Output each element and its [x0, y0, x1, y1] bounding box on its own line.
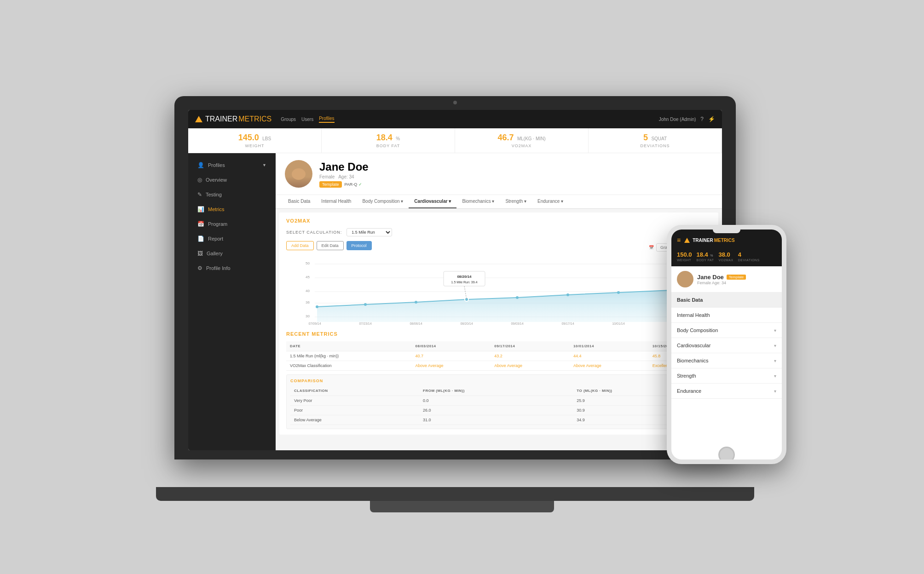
- phone-menu-label-strength: Strength: [677, 373, 696, 379]
- phone-menu-body-composition[interactable]: Body Composition ▾: [671, 323, 782, 338]
- vo2max-unit: ML(KG · MIN): [517, 136, 546, 141]
- phone-menu-label-endurance: Endurance: [677, 388, 701, 394]
- tab-body-composition[interactable]: Body Composition ▾: [357, 195, 409, 208]
- phone-menu-biomechanics[interactable]: Biomechanics ▾: [671, 353, 782, 368]
- notifications-icon[interactable]: ⚡: [708, 116, 715, 122]
- phone-deviations-value: 4: [738, 251, 741, 258]
- metric-val1: 40.7: [412, 351, 491, 361]
- tab-strength[interactable]: Strength ▾: [500, 195, 532, 208]
- phone-menu-label-body: Body Composition: [677, 327, 718, 333]
- sidebar-item-overview[interactable]: ◎ Overview: [188, 172, 276, 187]
- phone-stats: 150.0 WEIGHT 18.4 % BODY FAT 38.0: [671, 247, 782, 266]
- sidebar-label-metrics: Metrics: [208, 207, 224, 212]
- weight-value: 145.0: [238, 133, 259, 142]
- table-row: VO2Max Classification Above Average Abov…: [286, 361, 711, 371]
- header-right: John Doe (Admin) ? ⚡: [659, 116, 715, 122]
- tab-basic-data[interactable]: Basic Data: [283, 195, 316, 208]
- table-row: Poor 26.0 30.9: [290, 406, 707, 415]
- phone-menu-internal-health[interactable]: Internal Health: [671, 308, 782, 323]
- svg-text:50: 50: [306, 261, 310, 265]
- edit-data-button[interactable]: Edit Data: [317, 241, 344, 250]
- col-date3: 10/01/2014: [570, 341, 649, 351]
- phone-profile-info: Jane Doe Template Female Age: 34: [697, 274, 746, 285]
- comparison-section: COMPARISON CLASSIFICATION FROM (ml(kg · …: [286, 374, 711, 429]
- phone-weight-label: WEIGHT: [677, 258, 692, 262]
- weight-unit: LBS: [262, 136, 271, 141]
- phone-menu-icon[interactable]: ≡: [677, 236, 681, 244]
- phone-menu-label-internal: Internal Health: [677, 312, 710, 318]
- gallery-icon: 🖼: [197, 250, 203, 257]
- svg-text:30: 30: [306, 314, 310, 318]
- phone-bodyfat-label: BODY FAT: [697, 258, 714, 262]
- deviations-label: DEVIATIONS: [595, 144, 715, 148]
- nav-users[interactable]: Users: [301, 117, 313, 122]
- cardio-chevron-icon: ▾: [774, 343, 776, 348]
- sidebar-label-report: Report: [208, 236, 223, 241]
- phone-menu-endurance[interactable]: Endurance ▾: [671, 384, 782, 399]
- svg-text:07/09/14: 07/09/14: [308, 322, 321, 325]
- comp-class1: Very Poor: [290, 396, 419, 406]
- phone-body: ≡ TRAINER METRICS 150.0 WEIGHT: [667, 225, 786, 464]
- sidebar-item-gallery[interactable]: 🖼 Gallery: [188, 246, 276, 261]
- chart-container: 50 45 40 36 30: [286, 258, 711, 327]
- nav-groups[interactable]: Groups: [281, 117, 296, 122]
- sidebar-label-gallery: Gallery: [207, 251, 223, 256]
- class-val3: Above Average: [570, 361, 649, 371]
- stat-vo2max: 46.7 ML(KG · MIN) VO2MAX: [455, 128, 589, 153]
- laptop-container: TRAINER METRICS Groups Users Profiles Jo…: [174, 96, 750, 487]
- profile-sub: Female Age: 34: [319, 174, 369, 179]
- comp-from3: 31.0: [419, 415, 573, 425]
- endurance-chevron-icon: ▾: [774, 389, 776, 394]
- svg-text:36: 36: [306, 300, 310, 304]
- phone-menu-basic-data[interactable]: Basic Data: [671, 293, 782, 308]
- parq-check-icon: ✓: [358, 182, 362, 187]
- bodyfat-value: 18.4: [376, 133, 393, 142]
- vo2max-value: 46.7: [497, 133, 514, 142]
- phone-menu-strength[interactable]: Strength ▾: [671, 368, 782, 384]
- phone-home-button[interactable]: [718, 447, 735, 463]
- sidebar-label-profileinfo: Profile Info: [206, 265, 231, 271]
- webcam: [453, 101, 457, 104]
- header-user[interactable]: John Doe (Admin): [659, 117, 696, 122]
- vo2max-label: VO2MAX: [462, 144, 581, 148]
- tab-endurance[interactable]: Endurance ▾: [532, 195, 569, 208]
- sidebar-item-program[interactable]: 📅 Program: [188, 217, 276, 231]
- phone-menu-label-basic: Basic Data: [677, 297, 703, 303]
- laptop-body: TRAINER METRICS Groups Users Profiles Jo…: [174, 96, 736, 459]
- svg-text:09/17/14: 09/17/14: [561, 322, 574, 325]
- logo-metrics: METRICS: [238, 115, 271, 123]
- svg-point-10: [316, 305, 318, 308]
- sidebar-item-profiles[interactable]: 👤 Profiles ▼: [188, 158, 276, 172]
- sidebar-item-profileinfo[interactable]: ⚙ Profile Info: [188, 261, 276, 276]
- phone-menu-label-bio: Biomechanics: [677, 358, 708, 363]
- logo-trainer: TRAINER: [205, 115, 237, 123]
- svg-text:45: 45: [306, 275, 310, 279]
- tab-biomechanics[interactable]: Biomechanics ▾: [456, 195, 500, 208]
- sidebar-item-report[interactable]: 📄 Report: [188, 231, 276, 246]
- add-data-button[interactable]: Add Data: [286, 241, 314, 250]
- calc-select[interactable]: 1.5 Mile Run: [346, 228, 392, 236]
- class-val1: Above Average: [412, 361, 491, 371]
- phone-menu-cardiovascular[interactable]: Cardiovascular ▾: [671, 338, 782, 353]
- svg-point-15: [566, 293, 569, 296]
- phone-profile: Jane Doe Template Female Age: 34: [671, 266, 782, 293]
- comp-from2: 26.0: [419, 406, 573, 415]
- overview-icon: ◎: [197, 177, 202, 183]
- deviations-unit: SQUAT: [651, 136, 667, 141]
- protocol-button[interactable]: Protocol: [346, 241, 372, 250]
- col-date2: 09/17/2014: [491, 341, 570, 351]
- profiles-icon: 👤: [197, 162, 204, 168]
- svg-point-16: [617, 291, 620, 294]
- calc-row: SELECT CALCULATION: 1.5 Mile Run: [286, 228, 711, 236]
- phone-menu-label-cardio: Cardiovascular: [677, 343, 710, 348]
- sidebar-item-testing[interactable]: ✎ Testing: [188, 187, 276, 202]
- profile-name: Jane Doe: [319, 161, 369, 173]
- vo2max-title: VO2MAX: [286, 218, 711, 224]
- phone-vo2max-value: 38.0: [719, 251, 730, 258]
- tab-cardiovascular[interactable]: Cardiovascular ▾: [409, 195, 456, 208]
- nav-profiles[interactable]: Profiles: [319, 116, 334, 123]
- tab-internal-health[interactable]: Internal Health: [316, 195, 357, 208]
- sidebar-item-metrics[interactable]: 📊 Metrics: [188, 202, 276, 217]
- sidebar-label-profiles: Profiles: [208, 162, 225, 168]
- help-icon[interactable]: ?: [700, 116, 704, 122]
